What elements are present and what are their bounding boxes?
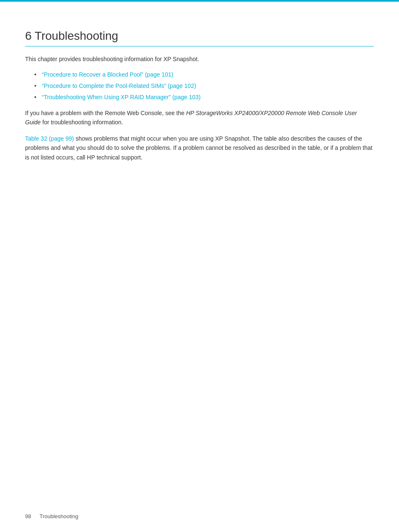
chapter-title: 6 Troubleshooting xyxy=(25,29,374,43)
description-body: shows problems that might occur when you… xyxy=(25,135,372,161)
list-item: “Troubleshooting When Using XP RAID Mana… xyxy=(42,93,374,102)
note-prefix: If you have a problem with the Remote We… xyxy=(25,110,186,116)
description-paragraph: Table 32 (page 99) shows problems that m… xyxy=(25,134,374,162)
page-number: 98 xyxy=(25,513,31,519)
link-recover-blocked-pool[interactable]: “Procedure to Recover a Blocked Pool” (p… xyxy=(42,71,173,78)
intro-paragraph: This chapter provides troubleshooting in… xyxy=(25,55,374,64)
page-container: 6 Troubleshooting This chapter provides … xyxy=(0,0,399,532)
link-troubleshooting-raid[interactable]: “Troubleshooting When Using XP RAID Mana… xyxy=(42,94,201,100)
link-complete-pool-sims[interactable]: “Procedure to Complete the Pool-Related … xyxy=(42,82,196,89)
chapter-heading: 6 Troubleshooting xyxy=(25,29,374,46)
chapter-title-main: Troubleshooting xyxy=(35,29,118,42)
note-suffix: for troubleshooting information. xyxy=(41,119,123,126)
footer-label: Troubleshooting xyxy=(39,513,78,519)
page-footer: 98 Troubleshooting xyxy=(25,513,374,519)
chapter-number: 6 xyxy=(25,29,32,42)
top-border-line xyxy=(0,0,399,2)
note-paragraph: If you have a problem with the Remote We… xyxy=(25,108,374,127)
bullet-list: “Procedure to Recover a Blocked Pool” (p… xyxy=(42,70,374,102)
table-32-link[interactable]: Table 32 (page 99) xyxy=(25,135,74,142)
list-item: “Procedure to Recover a Blocked Pool” (p… xyxy=(42,70,374,79)
list-item: “Procedure to Complete the Pool-Related … xyxy=(42,82,374,90)
